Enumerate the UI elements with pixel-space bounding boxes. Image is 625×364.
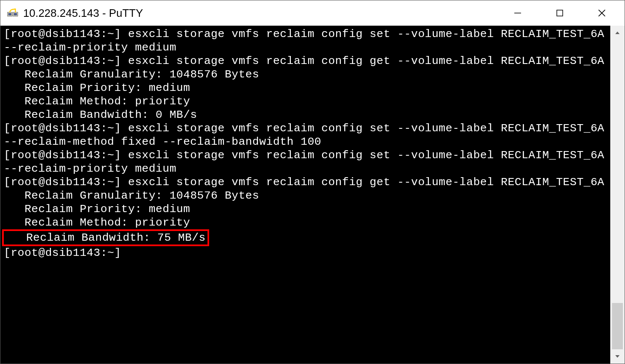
putty-window: 10.228.245.143 - PuTTY [root@dsib1143:~]… — [0, 0, 625, 364]
window-title: 10.228.245.143 - PuTTY — [23, 7, 497, 20]
window-controls — [497, 0, 623, 26]
terminal-line: Reclaim Granularity: 1048576 Bytes — [4, 68, 609, 81]
terminal-line: [root@dsib1143:~] esxcli storage vmfs re… — [4, 149, 609, 175]
terminal-line: [root@dsib1143:~] esxcli storage vmfs re… — [4, 27, 609, 54]
terminal-line: Reclaim Granularity: 1048576 Bytes — [4, 189, 609, 202]
terminal-line: [root@dsib1143:~] esxcli storage vmfs re… — [4, 175, 609, 189]
maximize-button[interactable] — [539, 0, 581, 26]
scroll-track[interactable] — [610, 40, 625, 349]
terminal-line: [root@dsib1143:~] esxcli storage vmfs re… — [4, 54, 609, 68]
scroll-down-button[interactable] — [610, 349, 625, 364]
highlighted-terminal-line: Reclaim Bandwidth: 75 MB/s — [4, 229, 609, 246]
svg-rect-6 — [557, 10, 563, 16]
highlight-annotation: Reclaim Bandwidth: 75 MB/s — [2, 229, 209, 246]
scroll-thumb[interactable] — [612, 303, 623, 349]
terminal[interactable]: [root@dsib1143:~] esxcli storage vmfs re… — [0, 26, 610, 364]
svg-point-4 — [14, 8, 16, 10]
terminal-area: [root@dsib1143:~] esxcli storage vmfs re… — [0, 26, 625, 364]
terminal-line: Reclaim Priority: medium — [4, 81, 609, 95]
scroll-up-button[interactable] — [610, 26, 625, 40]
scrollbar[interactable] — [610, 26, 625, 364]
svg-rect-1 — [8, 13, 12, 16]
terminal-line: Reclaim Bandwidth: 0 MB/s — [4, 108, 609, 122]
minimize-button[interactable] — [497, 0, 539, 26]
terminal-line: Reclaim Method: priority — [4, 95, 609, 108]
terminal-line: Reclaim Method: priority — [4, 216, 609, 229]
close-button[interactable] — [581, 0, 623, 26]
titlebar[interactable]: 10.228.245.143 - PuTTY — [0, 0, 625, 26]
svg-rect-3 — [14, 13, 17, 16]
putty-icon — [6, 7, 19, 19]
terminal-prompt: [root@dsib1143:~] — [4, 246, 609, 260]
terminal-line: Reclaim Priority: medium — [4, 202, 609, 216]
terminal-line: [root@dsib1143:~] esxcli storage vmfs re… — [4, 122, 609, 149]
